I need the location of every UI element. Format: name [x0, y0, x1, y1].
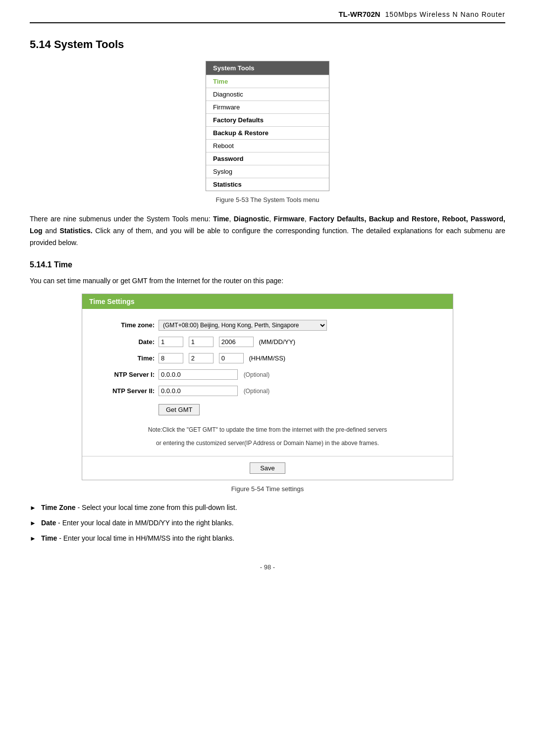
time-settings-body: Time zone: (GMT+08:00) Beijing, Hong Kon… [82, 309, 453, 456]
header-desc: 150Mbps Wireless N Nano Router [385, 10, 505, 18]
menu-header: System Tools [206, 61, 329, 75]
ntp2-row: NTP Server II: (Optional) [92, 383, 443, 399]
menu-item-time[interactable]: Time [206, 75, 329, 88]
timezone-cell: (GMT+08:00) Beijing, Hong Kong, Perth, S… [157, 317, 443, 334]
menu-item-factory-defaults[interactable]: Factory Defaults [206, 113, 329, 126]
figure2-caption: Figure 5-54 Time settings [30, 485, 505, 493]
note-cell: Note:Click the "GET GMT" to update the t… [92, 418, 443, 451]
header-model: TL-WR702N [338, 10, 380, 18]
time-hour-input[interactable] [159, 353, 183, 363]
system-tools-menu: System Tools Time Diagnostic Firmware Fa… [206, 61, 329, 191]
body-paragraph: There are nine submenus under the System… [30, 213, 505, 249]
time-row: Time: (HH/MM/SS) [92, 350, 443, 366]
bullet-item-timezone: ► Time Zone - Select your local time zon… [30, 503, 505, 513]
menu-item-diagnostic[interactable]: Diagnostic [206, 88, 329, 101]
page-header: TL-WR702N 150Mbps Wireless N Nano Router [30, 10, 505, 23]
time-cell: (HH/MM/SS) [157, 350, 443, 366]
timezone-label: Time zone: [92, 317, 157, 334]
get-gmt-cell: Get GMT [157, 399, 443, 418]
ntp2-optional: (Optional) [244, 388, 270, 395]
bullet-text-timezone: Time Zone - Select your local time zone … [41, 503, 237, 513]
date-cell: (MM/DD/YY) [157, 334, 443, 350]
bullet-text-time: Time - Enter your local time in HH/MM/SS… [41, 533, 234, 544]
time-settings-box: Time Settings Time zone: (GMT+08:00) Bei… [82, 294, 453, 480]
menu-item-statistics[interactable]: Statistics [206, 178, 329, 191]
bullet-arrow-time: ► [30, 534, 36, 544]
ntp2-input[interactable] [159, 386, 238, 396]
date-day-input[interactable] [189, 337, 214, 347]
ntp1-cell: (Optional) [157, 366, 443, 383]
menu-item-reboot[interactable]: Reboot [206, 139, 329, 152]
page-number: - 98 - [30, 563, 505, 571]
note-row: Note:Click the "GET GMT" to update the t… [92, 418, 443, 451]
bullet-list: ► Time Zone - Select your local time zon… [30, 503, 505, 544]
time-settings-header: Time Settings [82, 294, 453, 309]
time-label: Time: [92, 350, 157, 366]
page-wrapper: TL-WR702N 150Mbps Wireless N Nano Router… [0, 0, 535, 756]
menu-item-password[interactable]: Password [206, 152, 329, 165]
subsection-intro: You can set time manually or get GMT fro… [30, 275, 505, 286]
timezone-select[interactable]: (GMT+08:00) Beijing, Hong Kong, Perth, S… [159, 320, 327, 331]
date-label: Date: [92, 334, 157, 350]
ntp1-optional: (Optional) [244, 371, 270, 378]
menu-item-backup-restore[interactable]: Backup & Restore [206, 126, 329, 139]
note-line2: or entering the customized server(IP Add… [94, 439, 441, 448]
bullet-item-time: ► Time - Enter your local time in HH/MM/… [30, 533, 505, 544]
date-row: Date: (MM/DD/YY) [92, 334, 443, 350]
note-line1: Note:Click the "GET GMT" to update the t… [94, 425, 441, 435]
ntp1-row: NTP Server I: (Optional) [92, 366, 443, 383]
ntp1-input[interactable] [159, 369, 238, 380]
subsection-title: 5.14.1 Time [30, 260, 505, 269]
bullet-arrow-timezone: ► [30, 503, 36, 513]
date-month-input[interactable] [159, 337, 183, 347]
time-minute-input[interactable] [189, 353, 214, 363]
ntp2-cell: (Optional) [157, 383, 443, 399]
section-title: 5.14 System Tools [30, 38, 505, 51]
bullet-item-date: ► Date - Enter your local date in MM/DD/… [30, 518, 505, 528]
ntp1-label: NTP Server I: [92, 366, 157, 383]
get-gmt-button[interactable]: Get GMT [159, 404, 200, 415]
bullet-text-date: Date - Enter your local date in MM/DD/YY… [41, 518, 234, 528]
figure1-caption: Figure 5-53 The System Tools menu [30, 196, 505, 203]
menu-item-firmware[interactable]: Firmware [206, 101, 329, 113]
save-button[interactable]: Save [250, 462, 285, 474]
timezone-row: Time zone: (GMT+08:00) Beijing, Hong Kon… [92, 317, 443, 334]
date-format: (MM/DD/YY) [259, 338, 296, 346]
time-format: (HH/MM/SS) [249, 354, 286, 362]
time-second-input[interactable] [219, 353, 244, 363]
ntp2-label: NTP Server II: [92, 383, 157, 399]
date-year-input[interactable] [219, 337, 254, 347]
bullet-arrow-date: ► [30, 518, 36, 528]
menu-item-syslog[interactable]: Syslog [206, 165, 329, 178]
get-gmt-row: Get GMT [92, 399, 443, 418]
time-settings-footer: Save [82, 456, 453, 480]
